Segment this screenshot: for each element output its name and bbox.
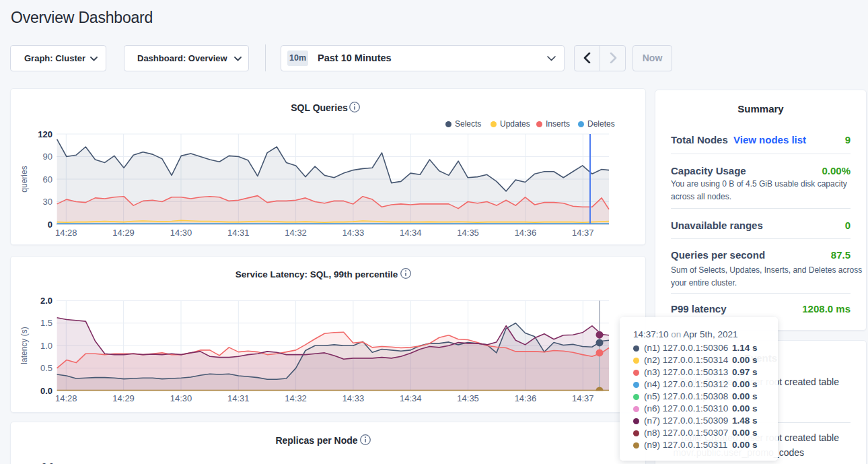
svg-text:14:37: 14:37 [572, 393, 594, 403]
svg-text:queries: queries [20, 166, 29, 192]
svg-text:14:36: 14:36 [515, 393, 537, 403]
svg-text:0.5: 0.5 [40, 363, 52, 373]
svg-text:14:30: 14:30 [170, 393, 192, 403]
svg-text:14:34: 14:34 [400, 393, 422, 403]
svg-text:2.0: 2.0 [40, 296, 52, 306]
svg-text:14:32: 14:32 [285, 228, 307, 238]
svg-text:latency (s): latency (s) [20, 327, 29, 364]
svg-text:14:28: 14:28 [55, 393, 77, 403]
svg-text:60: 60 [43, 174, 52, 185]
svg-text:0: 0 [48, 220, 52, 230]
svg-text:14:33: 14:33 [342, 393, 365, 403]
svg-text:1.0: 1.0 [40, 341, 52, 351]
svg-text:14:29: 14:29 [112, 393, 135, 403]
svg-text:14:37: 14:37 [572, 228, 594, 238]
svg-text:14:31: 14:31 [227, 393, 250, 403]
svg-text:14:34: 14:34 [400, 228, 422, 238]
svg-text:0.0: 0.0 [40, 386, 52, 396]
svg-text:14:33: 14:33 [342, 228, 365, 238]
svg-text:14:36: 14:36 [515, 228, 537, 238]
svg-text:120: 120 [38, 129, 52, 139]
svg-text:90: 90 [43, 152, 52, 162]
svg-text:14:35: 14:35 [457, 393, 479, 403]
svg-text:1.5: 1.5 [40, 318, 52, 328]
svg-text:14:35: 14:35 [457, 228, 479, 238]
svg-text:14:31: 14:31 [227, 228, 250, 238]
svg-text:14:28: 14:28 [55, 228, 77, 238]
svg-text:14:29: 14:29 [112, 228, 135, 238]
svg-text:30: 30 [43, 197, 52, 207]
svg-text:14:30: 14:30 [170, 228, 192, 238]
svg-text:14:32: 14:32 [285, 393, 307, 403]
